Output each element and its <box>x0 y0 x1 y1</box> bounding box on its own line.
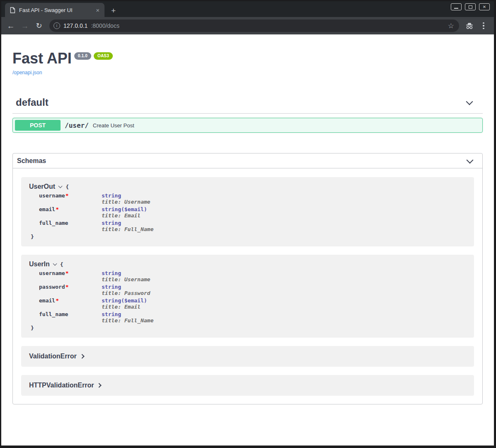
schema-property: password*stringtitle: Password <box>29 284 466 296</box>
model-head: ValidationError <box>29 353 466 360</box>
chevron-right-icon[interactable] <box>97 383 102 388</box>
operation-path: /user/ <box>65 122 89 129</box>
model-head: HTTPValidationError <box>29 382 466 389</box>
close-button[interactable]: ✕ <box>479 3 490 10</box>
tag-section-default: default POST /user/ Create User Post <box>12 97 483 133</box>
property-details: stringtitle: Username <box>102 192 150 205</box>
property-type: string <box>102 192 150 199</box>
model-UserOut[interactable]: UserOut{username*stringtitle: Usernameem… <box>21 177 474 246</box>
browser-chrome: Fast API - Swagger UI × + ✕ ← → ↻ i 127.… <box>1 1 494 34</box>
property-title: title: Username <box>102 276 150 282</box>
close-icon: ✕ <box>483 5 486 9</box>
model-head: UserIn{ <box>29 261 466 268</box>
schemas-section: Schemas UserOut{username*stringtitle: Us… <box>12 153 483 404</box>
tag-name: default <box>16 97 49 108</box>
property-name: email* <box>39 206 102 219</box>
model-title[interactable]: HTTPValidationError <box>29 382 94 389</box>
page-content: Fast API 0.1.0 OAS3 /openapi.json defaul… <box>1 34 494 446</box>
property-type: string($email) <box>102 297 147 304</box>
chevron-down-icon[interactable] <box>58 184 63 188</box>
oas3-badge: OAS3 <box>94 52 113 60</box>
tag-default-header[interactable]: default <box>12 97 483 114</box>
chevron-down-icon[interactable] <box>467 156 474 163</box>
property-name: username* <box>39 270 102 282</box>
operation-post-user[interactable]: POST /user/ Create User Post <box>12 118 483 133</box>
property-title: title: Full_Name <box>102 226 153 232</box>
required-marker: * <box>56 206 59 212</box>
forward-icon[interactable]: → <box>19 19 31 32</box>
property-type: string <box>102 284 150 290</box>
property-title: title: Username <box>102 199 150 205</box>
maximize-icon <box>469 5 472 9</box>
property-title: title: Email <box>102 212 147 219</box>
model-properties: username*stringtitle: Usernamepassword*s… <box>29 270 466 324</box>
model-title[interactable]: ValidationError <box>29 353 77 360</box>
minimize-button[interactable] <box>451 3 462 10</box>
tab-close-icon[interactable]: × <box>94 7 101 14</box>
property-type: string($email) <box>102 206 147 212</box>
chevron-down-icon[interactable] <box>53 261 57 265</box>
property-type: string <box>102 220 153 226</box>
menu-icon[interactable] <box>477 19 490 32</box>
model-ValidationError[interactable]: ValidationError <box>21 346 474 367</box>
window-controls: ✕ <box>451 3 490 10</box>
schemas-heading: Schemas <box>17 157 46 165</box>
schema-property: username*stringtitle: Username <box>29 270 466 282</box>
schemas-header[interactable]: Schemas <box>13 153 482 168</box>
back-icon[interactable]: ← <box>5 19 17 32</box>
model-UserIn[interactable]: UserIn{username*stringtitle: Usernamepas… <box>21 255 474 338</box>
property-name: password* <box>39 284 102 296</box>
open-brace: { <box>66 184 69 190</box>
schema-property: email*string($email)title: Email <box>29 206 466 219</box>
property-details: string($email)title: Email <box>102 297 147 310</box>
model-HTTPValidationError[interactable]: HTTPValidationError <box>21 375 474 396</box>
api-title-text: Fast API <box>12 49 72 67</box>
bookmark-star-icon[interactable]: ☆ <box>448 22 456 30</box>
model-properties: username*stringtitle: Usernameemail*stri… <box>29 192 466 232</box>
close-brace: } <box>29 325 466 331</box>
page-favicon-icon <box>10 7 15 13</box>
info-glyph: i <box>56 24 58 28</box>
schema-property: username*stringtitle: Username <box>29 192 466 205</box>
required-marker: * <box>66 270 69 276</box>
tab-title: Fast API - Swagger UI <box>19 7 90 13</box>
property-type: string <box>102 311 153 317</box>
page-title: Fast API 0.1.0 OAS3 <box>12 49 483 67</box>
property-details: stringtitle: Username <box>102 270 150 282</box>
property-details: string($email)title: Email <box>102 206 147 219</box>
method-badge: POST <box>15 120 61 131</box>
property-details: stringtitle: Password <box>102 284 150 296</box>
required-marker: * <box>66 284 69 290</box>
schemas-body: UserOut{username*stringtitle: Usernameem… <box>13 168 482 404</box>
openapi-json-link[interactable]: /openapi.json <box>12 70 42 75</box>
api-info: Fast API 0.1.0 OAS3 /openapi.json <box>12 34 483 76</box>
url-host: 127.0.0.1 <box>63 22 88 29</box>
url-bar[interactable]: i 127.0.0.1 :8000/docs ☆ <box>49 19 459 32</box>
new-tab-button[interactable]: + <box>111 7 116 15</box>
property-name: full_name <box>39 311 102 324</box>
version-badge: 0.1.0 <box>74 52 91 60</box>
maximize-button[interactable] <box>465 3 476 10</box>
site-info-icon[interactable]: i <box>53 22 60 29</box>
model-title[interactable]: UserOut <box>29 183 55 190</box>
tab-strip: Fast API - Swagger UI × + <box>1 1 494 17</box>
property-type: string <box>102 270 150 276</box>
browser-tab[interactable]: Fast API - Swagger UI × <box>5 3 105 17</box>
browser-toolbar: ← → ↻ i 127.0.0.1 :8000/docs ☆ <box>1 17 494 34</box>
model-title[interactable]: UserIn <box>29 261 50 268</box>
reload-icon[interactable]: ↻ <box>33 19 45 32</box>
schema-property: full_namestringtitle: Full_Name <box>29 220 466 232</box>
property-name: username* <box>39 192 102 205</box>
property-details: stringtitle: Full_Name <box>102 311 153 324</box>
operation-summary: Create User Post <box>93 122 134 129</box>
url-path: :8000/docs <box>91 22 119 29</box>
model-head: UserOut{ <box>29 183 466 190</box>
schema-property: full_namestringtitle: Full_Name <box>29 311 466 324</box>
close-brace: } <box>29 234 466 240</box>
incognito-icon <box>463 19 476 32</box>
chevron-down-icon[interactable] <box>466 98 473 105</box>
chevron-right-icon[interactable] <box>80 354 84 359</box>
property-details: stringtitle: Full_Name <box>102 220 153 232</box>
required-marker: * <box>66 192 69 199</box>
minimize-icon <box>454 8 458 9</box>
